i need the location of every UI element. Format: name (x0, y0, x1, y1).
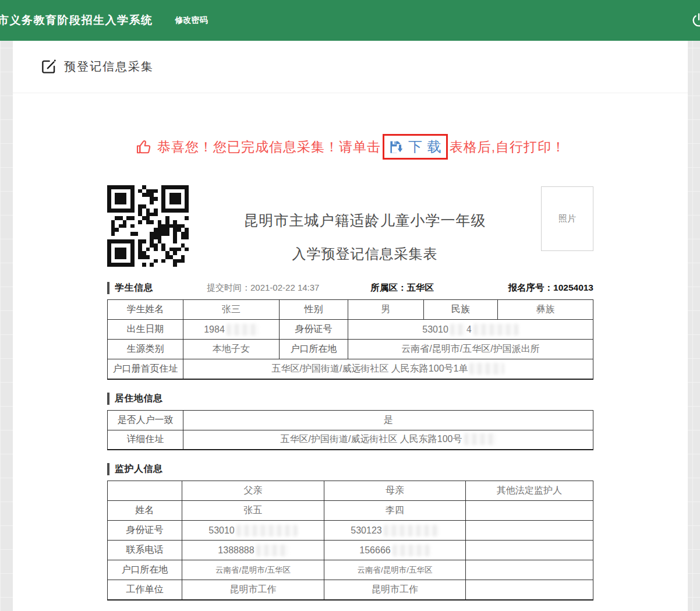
table-row: 出生日期 1984 身份证号 530104 (108, 320, 593, 340)
redacted-value (256, 545, 288, 556)
table-row: 户口册首页住址 五华区/护国街道/威远街社区 人民东路100号1单 (108, 359, 593, 379)
app-header: 市义务教育阶段招生入学系统 修改密码 (0, 0, 700, 41)
download-save-icon (388, 139, 404, 155)
table-row: 户口所在地 云南省/昆明市/五华区 云南省/昆明市/五华区 (108, 560, 593, 580)
redacted-value (473, 324, 519, 335)
table-row: 联系电话 1388888 156666 (108, 541, 593, 560)
student-section-title: 学生信息 (107, 282, 153, 294)
change-password-link[interactable]: 修改密码 (175, 15, 208, 26)
redacted-value (464, 433, 496, 445)
guardian-table: 父亲 母亲 其他法定监护人 姓名 张五 李四 身份证号 53010 530123… (107, 481, 593, 601)
redacted-value (450, 324, 466, 335)
residence-table: 是否人户一致 是 详细住址 五华区/护国街道/威远街社区 人民东路100号 (107, 410, 593, 451)
notice-text-prefix: 恭喜您！您已完成信息采集！请单击 (157, 138, 381, 156)
table-row: 生源类别 本地子女 户口所在地 云南省/昆明市/五华区/护国派出所 (108, 340, 593, 359)
page-header: 预登记信息采集 (13, 41, 688, 93)
redacted-value (393, 545, 430, 556)
photo-placeholder: 照片 (541, 186, 593, 251)
guardian-section-header: 监护人信息 (107, 463, 593, 475)
table-row: 学生姓名 张三 性别 男 民族 彝族 (108, 300, 593, 320)
district: 所属区：五华区 (370, 282, 434, 294)
redacted-value (236, 525, 298, 536)
notice-text-suffix: 表格后,自行打印！ (450, 138, 565, 156)
thumbs-up-icon (135, 138, 153, 156)
form-area: 恭喜您！您已完成信息采集！请单击 下 载 表格后,自行打印！ (107, 134, 593, 601)
app-title: 市义务教育阶段招生入学系统 (0, 13, 153, 28)
page-title: 预登记信息采集 (64, 59, 154, 75)
redacted-value (227, 324, 259, 335)
student-section-header: 学生信息 提交时间：2021-02-22 14:37 所属区：五华区 报名序号：… (107, 282, 593, 294)
table-row: 是否人户一致 是 (108, 410, 593, 430)
table-row: 父亲 母亲 其他法定监护人 (108, 481, 593, 501)
table-row: 姓名 张五 李四 (108, 501, 593, 521)
edit-icon (41, 59, 56, 75)
residence-section-header: 居住地信息 (107, 393, 593, 405)
form-title-line1: 昆明市主城户籍适龄儿童小学一年级 (189, 211, 541, 230)
redacted-value (384, 525, 439, 536)
student-table: 学生姓名 张三 性别 男 民族 彝族 出生日期 1984 身份证号 530104… (107, 299, 593, 380)
guardian-section-title: 监护人信息 (107, 463, 163, 475)
qr-code (107, 185, 189, 267)
redacted-value (469, 363, 504, 375)
notice-banner: 恭喜您！您已完成信息采集！请单击 下 载 表格后,自行打印！ (107, 134, 593, 160)
residence-section-title: 居住地信息 (107, 393, 163, 405)
table-row: 详细住址 五华区/护国街道/威远街社区 人民东路100号 (108, 430, 593, 450)
power-icon[interactable] (691, 12, 700, 29)
serial-number: 报名序号：10254013 (508, 282, 593, 294)
table-row: 工作单位 昆明市工作 昆明市工作 (108, 580, 593, 600)
submit-time: 提交时间：2021-02-22 14:37 (207, 282, 319, 294)
table-row: 身份证号 53010 530123 (108, 521, 593, 541)
download-label: 下 载 (408, 137, 442, 156)
download-button[interactable]: 下 载 (383, 134, 448, 160)
content-card: 预登记信息采集 恭喜您！您已完成信息采集！请单击 (13, 41, 688, 611)
form-title-line2: 入学预登记信息采集表 (189, 245, 541, 263)
